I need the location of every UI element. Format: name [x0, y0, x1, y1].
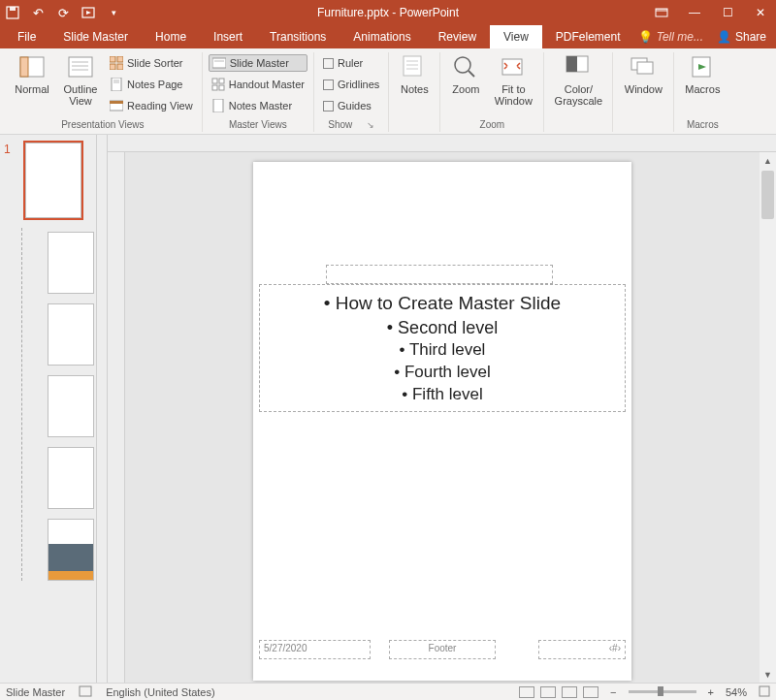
content-placeholder[interactable]: How to Create Master Slide Second level … — [259, 284, 626, 412]
tab-file[interactable]: File — [4, 25, 49, 48]
master-thumbnail-1[interactable] — [25, 143, 81, 218]
notes-master-icon — [211, 99, 225, 112]
document-area: 1 How to Create Master Slide Second le — [0, 135, 776, 683]
zoom-in-icon[interactable]: + — [708, 686, 714, 698]
tab-slide-master[interactable]: Slide Master — [49, 25, 142, 48]
close-icon[interactable]: ✕ — [749, 4, 772, 21]
normal-view-status-icon[interactable] — [519, 686, 534, 698]
zoom-button[interactable]: Zoom — [446, 52, 485, 95]
reading-view-icon — [110, 99, 123, 112]
level-2-text[interactable]: Second level — [266, 316, 619, 339]
tab-home[interactable]: Home — [142, 25, 200, 48]
scroll-thumb[interactable] — [761, 171, 774, 219]
checkbox-icon — [323, 58, 334, 69]
level-3-text[interactable]: Third level — [266, 339, 619, 362]
macros-icon — [689, 54, 716, 81]
macros-button[interactable]: Macros — [680, 52, 725, 95]
tab-view[interactable]: View — [490, 25, 542, 48]
window-controls: — ☐ ✕ — [650, 4, 772, 21]
reading-view-status-icon[interactable] — [562, 686, 577, 698]
slide-canvas[interactable]: How to Create Master Slide Second level … — [125, 152, 760, 683]
slide-thumbnails-pane[interactable]: 1 — [0, 135, 97, 683]
share-label: Share — [735, 30, 766, 44]
footer-placeholder[interactable]: Footer — [389, 640, 496, 659]
svg-rect-26 — [213, 99, 223, 112]
gridlines-checkbox[interactable]: Gridlines — [320, 76, 382, 93]
save-icon[interactable] — [4, 4, 21, 21]
tell-me-icon: 💡 — [638, 30, 653, 44]
notes-page-button[interactable]: Notes Page — [107, 76, 196, 93]
quick-access-toolbar: ↶ ⟳ ▾ — [4, 4, 122, 21]
svg-marker-3 — [86, 11, 91, 15]
notes-icon — [401, 54, 428, 81]
zoom-out-icon[interactable]: − — [610, 686, 616, 698]
svg-rect-35 — [566, 56, 577, 72]
svg-line-32 — [469, 71, 474, 77]
undo-icon[interactable]: ↶ — [29, 4, 47, 21]
svg-rect-17 — [113, 80, 119, 83]
window-button[interactable]: Window — [619, 52, 667, 95]
tab-transitions[interactable]: Transitions — [256, 25, 340, 48]
maximize-icon[interactable]: ☐ — [716, 4, 739, 21]
svg-rect-19 — [110, 101, 123, 104]
ribbon-options-icon[interactable] — [650, 4, 673, 21]
slideshow-status-icon[interactable] — [583, 686, 598, 698]
handout-master-button[interactable]: Handout Master — [209, 76, 307, 93]
zoom-percent[interactable]: 54% — [726, 686, 747, 698]
zoom-slider[interactable] — [629, 690, 696, 693]
zoom-handle[interactable] — [658, 686, 663, 696]
redo-icon[interactable]: ⟳ — [54, 4, 72, 21]
layout-thumbnail[interactable] — [48, 519, 94, 581]
guides-checkbox[interactable]: Guides — [320, 97, 382, 114]
fit-slide-icon[interactable] — [759, 685, 770, 699]
tab-review[interactable]: Review — [425, 25, 490, 48]
tell-me[interactable]: 💡 Tell me... — [638, 30, 703, 44]
window-title: Furniture.pptx - PowerPoint — [317, 6, 459, 19]
slide-master-button[interactable]: Slide Master — [209, 54, 307, 72]
color-grayscale-button[interactable]: Color/ Grayscale — [550, 52, 606, 107]
layout-thumbnail[interactable] — [48, 303, 94, 366]
status-language[interactable]: English (United States) — [106, 686, 215, 698]
notes-button[interactable]: Notes — [395, 52, 434, 95]
level-1-text[interactable]: How to Create Master Slide — [266, 291, 619, 316]
layout-thumbnail[interactable] — [48, 375, 94, 437]
splitter[interactable] — [97, 135, 108, 683]
checkbox-icon — [323, 101, 334, 111]
tab-animations[interactable]: Animations — [340, 25, 424, 48]
level-4-text[interactable]: Fourth level — [266, 362, 619, 384]
tab-insert[interactable]: Insert — [200, 25, 256, 48]
ruler-checkbox[interactable]: Ruler — [320, 54, 382, 72]
layout-thumbnail[interactable] — [48, 232, 94, 294]
qat-customize-icon[interactable]: ▾ — [105, 4, 122, 21]
filename: Furniture.pptx — [317, 6, 389, 19]
dialog-launcher-icon[interactable]: ↘ — [367, 120, 374, 130]
vertical-scrollbar[interactable]: ▲ ▼ — [760, 152, 776, 683]
tab-pdfelement[interactable]: PDFelement — [542, 25, 634, 48]
scroll-down-icon[interactable]: ▼ — [760, 666, 776, 683]
sorter-view-status-icon[interactable] — [540, 686, 556, 698]
slide-master-icon — [212, 56, 226, 70]
outline-view-button[interactable]: Outline View — [58, 52, 103, 107]
share-button[interactable]: 👤 Share — [717, 30, 766, 44]
svg-rect-20 — [212, 58, 226, 68]
minimize-icon[interactable]: — — [683, 4, 706, 21]
fit-to-window-button[interactable]: Fit to Window — [489, 52, 537, 107]
notes-page-icon — [110, 78, 123, 91]
slide-number-placeholder[interactable]: ‹#› — [538, 640, 626, 659]
title-placeholder[interactable] — [326, 265, 553, 284]
normal-view-button[interactable]: Normal — [10, 52, 54, 95]
start-from-beginning-icon[interactable] — [80, 4, 97, 21]
svg-rect-37 — [637, 62, 653, 74]
scroll-up-icon[interactable]: ▲ — [760, 152, 776, 169]
layout-thumbnail[interactable] — [48, 447, 94, 509]
group-master-views: Slide Master Handout Master Notes Master… — [203, 52, 314, 132]
notes-master-button[interactable]: Notes Master — [209, 97, 307, 114]
fit-to-window-icon — [500, 54, 527, 81]
svg-rect-23 — [219, 79, 224, 83]
reading-view-button[interactable]: Reading View — [107, 97, 196, 114]
spellcheck-icon[interactable] — [79, 685, 92, 699]
slide-sorter-button[interactable]: Slide Sorter — [107, 54, 196, 72]
date-placeholder[interactable]: 5/27/2020 — [259, 640, 371, 659]
level-5-text[interactable]: Fifth level — [266, 384, 619, 406]
slide-master-editor[interactable]: How to Create Master Slide Second level … — [253, 162, 631, 681]
